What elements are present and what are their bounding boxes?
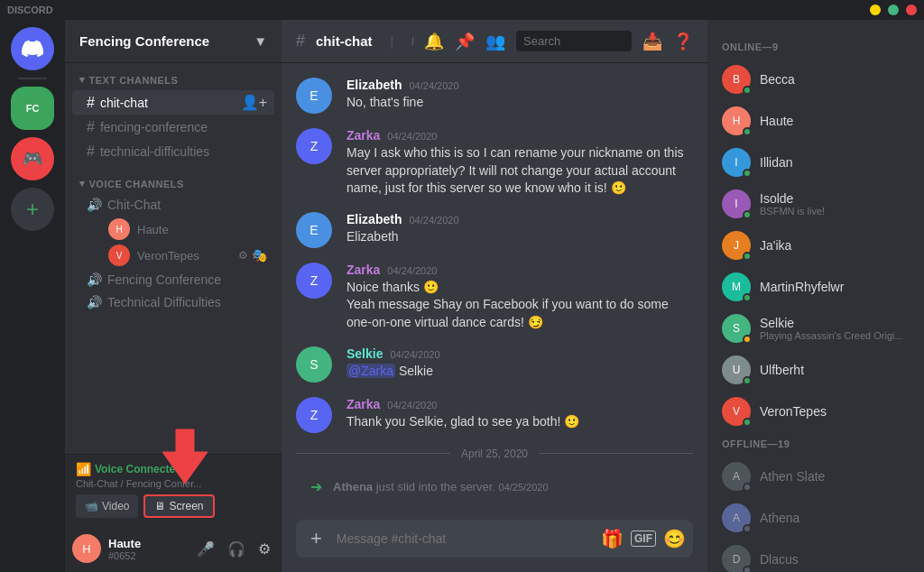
maximize-btn[interactable] xyxy=(888,5,899,15)
msg-timestamp: 04/24/2020 xyxy=(390,349,439,360)
server-name-header[interactable]: Fencing Conference ▼ xyxy=(65,20,282,63)
msg-content: Zarka 04/24/2020 May I ask who this is s… xyxy=(346,128,693,198)
gif-icon[interactable]: GIF xyxy=(631,530,656,547)
add-attachment-button[interactable]: + xyxy=(303,520,329,558)
server-2[interactable]: 🎮 xyxy=(11,137,54,180)
add-server-btn[interactable]: + xyxy=(11,188,54,231)
member-becca[interactable]: B Becca xyxy=(715,60,917,99)
member-avatar: M xyxy=(722,272,751,301)
discord-home-button[interactable] xyxy=(11,27,54,70)
msg-header: Zarka 04/24/2020 xyxy=(346,263,693,277)
member-info: Selkie Playing Assassin's Creed Origi... xyxy=(760,316,903,341)
member-info: Athena xyxy=(760,511,799,525)
status-dot xyxy=(743,252,752,261)
server-divider xyxy=(18,78,47,79)
add-user-icon[interactable]: 👤+ xyxy=(241,94,267,111)
message-group: Z Zarka 04/24/2020 Noice thanks 🙂 Yeah m… xyxy=(296,263,693,332)
settings-button[interactable]: ⚙ xyxy=(254,537,274,561)
member-dlacus[interactable]: D Dlacus xyxy=(715,540,917,572)
member-avatar: U xyxy=(722,355,751,384)
msg-timestamp: 04/24/2020 xyxy=(387,400,437,411)
member-avatar: B xyxy=(722,65,751,94)
messages-container: E Elizabeth 04/24/2020 No, that's fine Z… xyxy=(282,63,707,505)
date-divider: April 25, 2020 xyxy=(296,447,693,460)
msg-text: @Zarka Selkie xyxy=(346,363,693,381)
voice-fencing-conference[interactable]: 🔊 Fencing Conference xyxy=(72,269,274,291)
member-illidan[interactable]: I Illidan xyxy=(715,143,917,182)
member-status: Playing Assassin's Creed Origi... xyxy=(760,330,903,341)
member-isolde[interactable]: I Isolde BSFMN is live! xyxy=(715,184,917,224)
msg-header: Elizabeth 04/24/2020 xyxy=(346,212,693,226)
member-avatar: J xyxy=(722,231,751,260)
member-jaika[interactable]: J Ja'ika xyxy=(715,226,917,265)
speaker-icon: 🔊 xyxy=(87,198,102,212)
voice-member-verontepes[interactable]: V VeronTepes ⚙ 🎭 xyxy=(72,243,274,268)
status-dot xyxy=(743,566,752,572)
header-icons: 🔔 📌 👥 📥 ❓ xyxy=(424,31,693,51)
mute-button[interactable]: 🎤 xyxy=(193,537,218,561)
voice-channels-header[interactable]: ▾ VOICE CHANNELS xyxy=(65,174,282,193)
gift-icon[interactable]: 🎁 xyxy=(601,528,624,549)
video-button[interactable]: 📹 Video xyxy=(76,494,138,518)
voice-channel-name-tech: Technical Difficulties xyxy=(107,295,221,309)
msg-author: Elizabeth xyxy=(346,78,402,92)
channel-item-technical-difficulties[interactable]: # technical-difficulties xyxy=(72,140,274,163)
hash-icon: # xyxy=(87,95,95,111)
member-info: VeronTepes xyxy=(760,404,827,419)
msg-timestamp: 04/24/2020 xyxy=(409,215,458,226)
deafen-button[interactable]: 🎧 xyxy=(224,537,249,561)
user-avatar: H xyxy=(72,534,101,563)
message-input[interactable] xyxy=(329,521,601,556)
minimize-btn[interactable] xyxy=(870,5,881,15)
inbox-icon[interactable]: 📥 xyxy=(642,32,662,51)
voice-chit-chat[interactable]: 🔊 Chit-Chat xyxy=(72,194,274,216)
notification-icon[interactable]: 🔔 xyxy=(424,32,444,51)
msg-text: Noice thanks 🙂 xyxy=(346,279,693,297)
text-channels-header[interactable]: ▾ TEXT CHANNELS xyxy=(65,70,282,89)
voice-technical-difficulties[interactable]: 🔊 Technical Difficulties xyxy=(72,291,274,313)
msg-timestamp: 04/24/2020 xyxy=(387,265,437,276)
voice-connected-status: 📶 Voice Connected xyxy=(76,462,271,476)
members-icon[interactable]: 👥 xyxy=(485,32,505,51)
member-name: Isolde xyxy=(760,191,825,206)
mention: @Zarka xyxy=(346,364,395,378)
screen-share-button[interactable]: 🖥 Screen xyxy=(143,494,214,518)
text-channels-caret: ▾ xyxy=(79,74,86,86)
channel-item-fencing-conference[interactable]: # fencing-conference xyxy=(72,115,274,139)
member-selkie[interactable]: S Selkie Playing Assassin's Creed Origi.… xyxy=(715,309,917,348)
member-martinrhyfelwr[interactable]: M MartinRhyfelwr xyxy=(715,267,917,307)
help-icon[interactable]: ❓ xyxy=(673,32,693,51)
member-avatar: V xyxy=(722,397,751,426)
msg-timestamp: 04/24/2020 xyxy=(409,80,458,91)
user-controls: 🎤 🎧 ⚙ xyxy=(193,537,274,561)
user-discriminator: #0652 xyxy=(108,550,186,561)
voice-caret: ▾ xyxy=(79,178,86,189)
pin-icon[interactable]: 📌 xyxy=(455,32,475,51)
msg-author: Zarka xyxy=(346,128,380,143)
search-input[interactable] xyxy=(516,31,632,51)
msg-content: Zarka 04/24/2020 Noice thanks 🙂 Yeah mes… xyxy=(346,263,693,332)
msg-avatar: E xyxy=(296,78,332,114)
online-members-header: ONLINE—9 xyxy=(715,42,917,52)
msg-text: No, that's fine xyxy=(346,94,693,112)
member-athen-slate[interactable]: A Athen Slate xyxy=(715,457,917,496)
member-haute[interactable]: H Haute xyxy=(715,101,917,141)
member-athena[interactable]: A Athena xyxy=(715,498,917,538)
member-verontepes[interactable]: V VeronTepes xyxy=(715,392,917,431)
app-title: DISCORD xyxy=(7,5,53,15)
date-divider-text: April 25, 2020 xyxy=(461,447,528,460)
member-ulfberht[interactable]: U Ulfberht xyxy=(715,350,917,390)
emoji-icon[interactable]: 😊 xyxy=(663,528,686,549)
channel-item-chit-chat[interactable]: # chit-chat 👤+ xyxy=(72,90,274,115)
fencing-conference-server[interactable]: FC xyxy=(11,87,54,130)
member-info: Isolde BSFMN is live! xyxy=(760,191,825,217)
msg-content: Elizabeth 04/24/2020 Elizabeth xyxy=(346,212,693,248)
msg-text: Elizabeth xyxy=(346,228,693,246)
input-icons: 🎁 GIF 😊 xyxy=(601,528,686,549)
voice-member-haute[interactable]: H Haute xyxy=(72,217,274,242)
voice-action-buttons: 📹 Video 🖥 Screen xyxy=(76,494,271,518)
close-btn[interactable] xyxy=(906,5,917,15)
msg-avatar: Z xyxy=(296,263,332,299)
member-name: VeronTepes xyxy=(760,404,827,419)
member-avatar: I xyxy=(722,148,751,177)
